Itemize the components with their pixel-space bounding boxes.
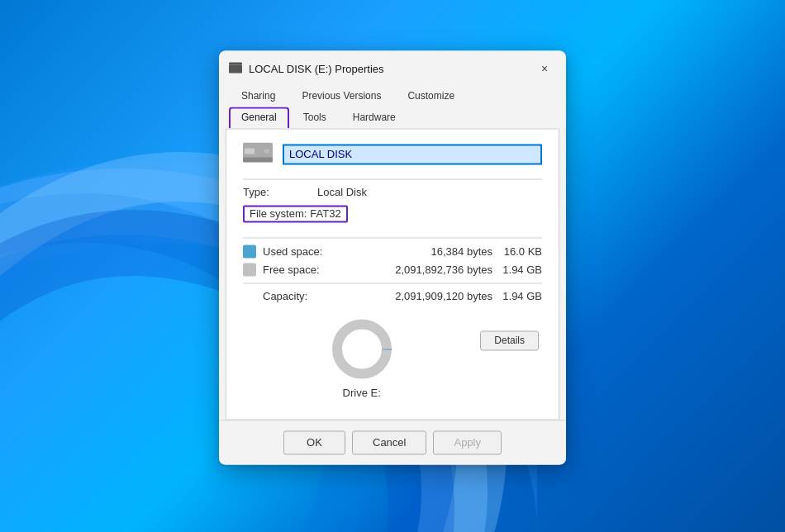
donut-chart xyxy=(329,316,395,382)
dialog-title: LOCAL DISK (E:) Properties xyxy=(249,63,526,75)
used-indicator xyxy=(243,245,256,258)
tab-general[interactable]: General xyxy=(229,107,289,128)
capacity-row: Capacity: 2,091,909,120 bytes 1.94 GB xyxy=(243,290,542,302)
footer: OK Cancel Apply xyxy=(219,420,566,464)
disk-name-row xyxy=(243,142,542,165)
space-section: Used space: 16,384 bytes 16.0 KB Free sp… xyxy=(243,245,542,276)
svg-rect-6 xyxy=(264,149,269,153)
content-panel: Type: Local Disk File system: FAT32 Used… xyxy=(226,128,559,420)
chart-details-area: Drive E: Details xyxy=(243,307,542,406)
used-bytes: 16,384 bytes xyxy=(333,245,492,258)
disk-name-input[interactable] xyxy=(283,144,542,164)
filesystem-value: FAT32 xyxy=(310,207,340,220)
divider-3 xyxy=(243,283,542,283)
tabs-area: Sharing Previous Versions Customize Gene… xyxy=(219,85,566,128)
filesystem-row: File system: FAT32 xyxy=(243,205,348,222)
details-area: Details xyxy=(480,330,539,350)
used-space-row: Used space: 16,384 bytes 16.0 KB xyxy=(243,245,542,258)
filesystem-label: File system: xyxy=(250,207,307,220)
free-indicator xyxy=(243,263,256,276)
tabs-row-1: Sharing Previous Versions Customize xyxy=(229,85,556,107)
capacity-bytes: 2,091,909,120 bytes xyxy=(326,290,492,302)
used-label: Used space: xyxy=(263,245,333,258)
title-bar-icon xyxy=(229,64,242,73)
tab-hardware[interactable]: Hardware xyxy=(340,107,408,128)
ok-button[interactable]: OK xyxy=(283,430,345,454)
free-space-row: Free space: 2,091,892,736 bytes 1.94 GB xyxy=(243,263,542,276)
capacity-label: Capacity: xyxy=(263,290,326,302)
apply-button[interactable]: Apply xyxy=(433,430,502,454)
tab-customize[interactable]: Customize xyxy=(395,85,467,107)
capacity-size: 1.94 GB xyxy=(492,290,542,302)
svg-rect-4 xyxy=(243,157,273,162)
svg-point-9 xyxy=(345,332,378,365)
properties-dialog: LOCAL DISK (E:) Properties × Sharing Pre… xyxy=(219,50,566,464)
close-button[interactable]: × xyxy=(533,59,556,78)
tabs-row-2: General Tools Hardware xyxy=(229,107,556,128)
divider-2 xyxy=(243,237,542,238)
cancel-button[interactable]: Cancel xyxy=(352,430,426,454)
title-bar: LOCAL DISK (E:) Properties × xyxy=(219,50,566,85)
disk-icon xyxy=(243,142,273,165)
free-label: Free space: xyxy=(263,264,333,276)
tab-previous-versions[interactable]: Previous Versions xyxy=(289,85,393,107)
type-label: Type: xyxy=(243,186,317,198)
drive-label: Drive E: xyxy=(343,387,381,399)
details-button[interactable]: Details xyxy=(480,330,539,350)
free-bytes: 2,091,892,736 bytes xyxy=(333,264,492,276)
divider-1 xyxy=(243,178,542,179)
used-size: 16.0 KB xyxy=(492,245,542,258)
type-row: Type: Local Disk xyxy=(243,186,542,198)
free-size: 1.94 GB xyxy=(492,264,542,276)
type-value: Local Disk xyxy=(317,186,367,198)
pie-section: Drive E: xyxy=(243,316,480,399)
tab-sharing[interactable]: Sharing xyxy=(229,85,288,107)
svg-rect-5 xyxy=(245,148,255,154)
tab-tools[interactable]: Tools xyxy=(291,107,339,128)
